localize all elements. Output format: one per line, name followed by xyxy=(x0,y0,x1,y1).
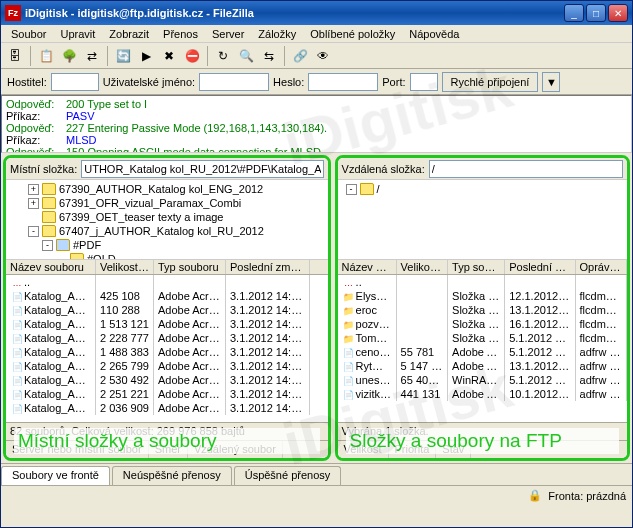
file-row[interactable]: 📄Katalog_Author_…2 228 777Adobe Acrobat … xyxy=(6,331,328,345)
column-header[interactable]: Typ souboru xyxy=(448,260,505,274)
user-input[interactable] xyxy=(199,73,269,91)
quickconnect-bar: Hostitel: Uživatelské jméno: Heslo: Port… xyxy=(1,69,632,95)
file-row[interactable]: 📄Katalog_Author_…2 036 909Adobe Acrobat … xyxy=(6,401,328,415)
column-header[interactable]: Typ souboru xyxy=(154,260,226,274)
file-icon: 📄 xyxy=(10,362,24,372)
cell: Složka sou… xyxy=(448,331,505,345)
folder-icon xyxy=(42,197,56,209)
menu-upravit[interactable]: Upravit xyxy=(54,28,101,40)
menu-server[interactable]: Server xyxy=(206,28,250,40)
file-row[interactable]: 📄Katalog_Author_…110 288Adobe Acrobat …3… xyxy=(6,303,328,317)
file-row[interactable]: 📄Katalog_Author_…2 251 221Adobe Acrobat … xyxy=(6,387,328,401)
local-filelist[interactable]: Název souboruVelikost so…Typ souboruPosl… xyxy=(6,260,328,422)
tree-label[interactable]: #OLD xyxy=(87,253,116,260)
menu-přenos[interactable]: Přenos xyxy=(157,28,204,40)
port-input[interactable] xyxy=(410,73,438,91)
cell: Adobe Acro… xyxy=(448,387,505,401)
column-header[interactable]: Oprávnění xyxy=(576,260,627,274)
close-button[interactable]: ✕ xyxy=(608,4,628,22)
file-row[interactable]: ….. xyxy=(338,275,627,289)
toggle-tree-icon[interactable]: 🌳 xyxy=(59,46,79,66)
sitemanager-icon[interactable]: 🗄 xyxy=(5,46,25,66)
log-text: 200 Type set to I xyxy=(66,98,147,110)
tab-2[interactable]: Úspěšné přenosy xyxy=(234,466,342,485)
tree-label[interactable]: 67399_OET_teaser texty a image xyxy=(59,211,223,223)
tree-label[interactable]: #PDF xyxy=(73,239,101,251)
tree-expander[interactable]: + xyxy=(28,184,39,195)
tree-expander[interactable]: - xyxy=(28,226,39,237)
menu-zobrazit[interactable]: Zobrazit xyxy=(103,28,155,40)
file-row[interactable]: 📁ElysbergSložka sou…12.1.2012 14:4…flcdm… xyxy=(338,289,627,303)
file-row[interactable]: 📄Katalog_Author_…2 530 492Adobe Acrobat … xyxy=(6,373,328,387)
file-row[interactable]: 📄Katalog_Author_…1 488 383Adobe Acrobat … xyxy=(6,345,328,359)
local-path-input[interactable] xyxy=(81,160,323,178)
lock-icon: 🔒 xyxy=(528,489,542,502)
cell: adfrw (0644) xyxy=(576,373,627,387)
menu-soubor[interactable]: Soubor xyxy=(5,28,52,40)
file-row[interactable]: 📄cenovky…55 781Adobe Acro…5.1.2012 14:37… xyxy=(338,345,627,359)
local-tree[interactable]: +67390_AUTHOR_Katalog kol_ENG_2012+67391… xyxy=(6,180,328,260)
quickconnect-dropdown[interactable]: ▼ xyxy=(542,72,560,92)
cell: 2 530 492 xyxy=(96,373,154,387)
column-header[interactable]: Poslední změna xyxy=(226,260,310,274)
file-row[interactable]: 📁pozvank…Složka sou…16.1.2012 9:24…flcdm… xyxy=(338,317,627,331)
cell: Adobe Acro… xyxy=(448,359,505,373)
file-row[interactable]: 📄unesco-p…65 401 436WinRAR ZI…5.1.2012 1… xyxy=(338,373,627,387)
minimize-button[interactable]: _ xyxy=(564,4,584,22)
file-row[interactable]: 📁erocSložka sou…13.1.2012 8:18…flcdmpe (… xyxy=(338,303,627,317)
tree-expander[interactable]: - xyxy=(42,240,53,251)
remote-path-input[interactable] xyxy=(429,160,623,178)
disconnect-icon[interactable]: ⛔ xyxy=(182,46,202,66)
tree-label[interactable]: 67391_OFR_vizual_Paramax_Combi xyxy=(59,197,241,209)
tab-1[interactable]: Neúspěšné přenosy xyxy=(112,466,232,485)
file-row[interactable]: 📄Katalog_Author_…425 108Adobe Acrobat …3… xyxy=(6,289,328,303)
column-header[interactable]: Název … xyxy=(338,260,397,274)
local-path-label: Místní složka: xyxy=(10,163,77,175)
cancel-icon[interactable]: ✖ xyxy=(159,46,179,66)
find-icon[interactable]: 👁 xyxy=(313,46,333,66)
process-queue-icon[interactable]: ▶ xyxy=(136,46,156,66)
cell: ….. xyxy=(338,275,397,289)
column-header[interactable]: Poslední změna xyxy=(505,260,575,274)
cell: 13.1.2012 10:5… xyxy=(505,359,575,373)
cell: Adobe Acrobat … xyxy=(154,373,226,387)
menu-záložky[interactable]: Záložky xyxy=(252,28,302,40)
toggle-log-icon[interactable]: 📋 xyxy=(36,46,56,66)
file-row[interactable]: 📄Katalog_Author_…2 265 799Adobe Acrobat … xyxy=(6,359,328,373)
tree-label[interactable]: / xyxy=(377,183,380,195)
pass-input[interactable] xyxy=(308,73,378,91)
quickconnect-button[interactable]: Rychlé připojení xyxy=(442,72,539,92)
tree-expander[interactable]: - xyxy=(346,184,357,195)
cell: 📁Tomas Z… xyxy=(338,331,397,345)
toggle-queue-icon[interactable]: ⇄ xyxy=(82,46,102,66)
tree-label[interactable]: 67390_AUTHOR_Katalog kol_ENG_2012 xyxy=(59,183,263,195)
file-row[interactable]: 📄Rytmus …5 147 427Adobe Acro…13.1.2012 1… xyxy=(338,359,627,373)
filter-icon[interactable]: 🔍 xyxy=(236,46,256,66)
cell: Adobe Acrobat … xyxy=(154,303,226,317)
column-header[interactable]: Název souboru xyxy=(6,260,96,274)
file-row[interactable]: ….. xyxy=(6,275,328,289)
tree-label[interactable]: 67407_j_AUTHOR_Katalog kol_RU_2012 xyxy=(59,225,264,237)
file-row[interactable]: 📄vizitky_R…441 131Adobe Acro…10.1.2012 1… xyxy=(338,387,627,401)
message-log[interactable]: Odpověď:200 Type set to IPříkaz:PASVOdpo… xyxy=(1,95,632,153)
cell: 📄vizitky_R… xyxy=(338,387,397,401)
file-row[interactable]: 📄Katalog_Author_…1 513 121Adobe Acrobat … xyxy=(6,317,328,331)
sync-browse-icon[interactable]: 🔗 xyxy=(290,46,310,66)
compare-icon[interactable]: ⇆ xyxy=(259,46,279,66)
maximize-button[interactable]: □ xyxy=(586,4,606,22)
column-header[interactable]: Velikost so… xyxy=(96,260,154,274)
tab-0[interactable]: Soubory ve frontě xyxy=(1,466,110,485)
tree-expander[interactable]: + xyxy=(28,198,39,209)
file-icon: 📄 xyxy=(342,376,356,386)
reconnect-icon[interactable]: ↻ xyxy=(213,46,233,66)
cell: 1 513 121 xyxy=(96,317,154,331)
cell: 📄Katalog_Author_… xyxy=(6,289,96,303)
refresh-icon[interactable]: 🔄 xyxy=(113,46,133,66)
remote-tree[interactable]: -/ xyxy=(338,180,627,260)
menu-oblíbené položky[interactable]: Oblíbené položky xyxy=(304,28,401,40)
menu-nápověda[interactable]: Nápověda xyxy=(403,28,465,40)
host-input[interactable] xyxy=(51,73,99,91)
column-header[interactable]: Velikost s… xyxy=(397,260,448,274)
file-row[interactable]: 📁Tomas Z…Složka sou…5.1.2012 13:32…flcdm… xyxy=(338,331,627,345)
remote-filelist[interactable]: Název …Velikost s…Typ souboruPoslední zm… xyxy=(338,260,627,422)
